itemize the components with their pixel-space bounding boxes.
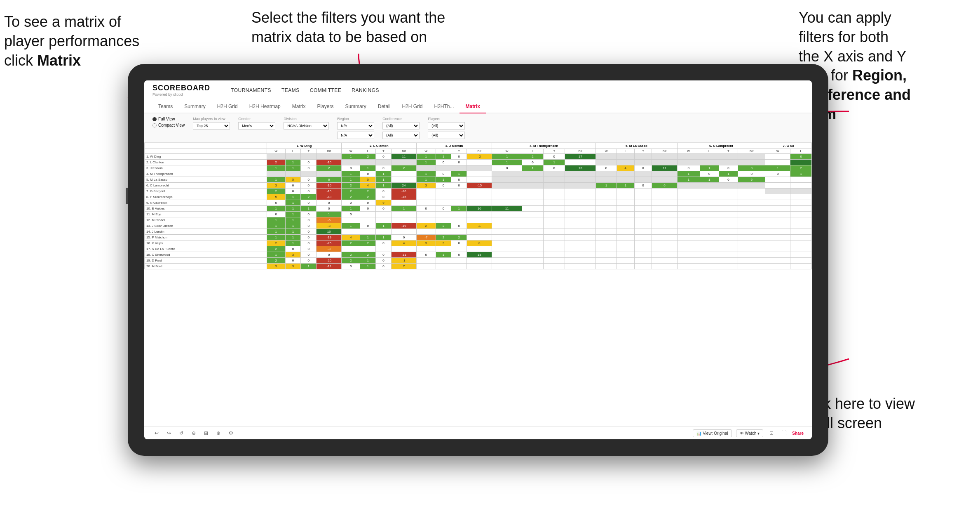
matrix-cell [617,154,634,160]
tab-h2h-heatmap[interactable]: H2H Heatmap [244,100,286,113]
matrix-cell [317,154,342,160]
annotation-top-left: To see a matrix of player performances c… [4,12,144,70]
matrix-cell [522,171,543,177]
player-name-cell: 16. K Vilips [145,240,267,246]
matrix-cell [652,264,677,269]
zoom-reset-button[interactable]: ⊞ [202,429,210,437]
matrix-cell: 0 [301,240,317,246]
refresh-button[interactable]: ↺ [177,429,185,437]
tab-teams[interactable]: Teams [152,100,178,113]
matrix-cell [719,264,738,269]
players-select-2[interactable]: (All) [428,132,465,139]
tab-h2hth[interactable]: H2HTh... [428,100,460,113]
matrix-cell: 2 [360,240,376,246]
matrix-cell [544,206,565,212]
matrix-cell: 2 [301,194,317,200]
conference-select-2[interactable]: (All) [382,132,420,139]
matrix-cell [719,258,738,264]
w7: W [765,149,790,154]
matrix-cell [544,235,565,240]
matrix-cell [467,235,492,240]
matrix-cell: 3 [267,264,285,269]
region-select[interactable]: N/A [337,122,374,130]
table-row: 1. W Ding12011110-2120170 [145,154,812,160]
t6: T [719,149,738,154]
matrix-cell [652,229,677,235]
settings-button[interactable]: ⚙ [227,429,235,437]
tab-h2h-grid-2[interactable]: H2H Grid [396,100,428,113]
nav-rankings[interactable]: RANKINGS [352,87,379,93]
matrix-cell [634,246,652,252]
undo-button[interactable]: ↩ [152,429,161,437]
fullscreen-button[interactable]: ⛶ [780,429,788,437]
tab-players[interactable]: Players [311,100,339,113]
watch-button[interactable]: 👁 Watch ▾ [736,429,764,437]
matrix-cell [700,160,719,165]
tab-matrix-active[interactable]: Matrix [460,100,485,113]
matrix-cell: 0 [719,177,738,183]
matrix-cell [617,264,634,269]
matrix-cell: 0 [285,183,301,189]
nav-tournaments[interactable]: TOURNAMENTS [231,87,271,93]
matrix-cell [700,246,719,252]
full-view-option[interactable]: Full View [152,117,185,121]
tab-summary[interactable]: Summary [178,100,211,113]
gender-select[interactable]: Men's [238,122,275,130]
t2: T [376,149,392,154]
matrix-cell [738,258,765,264]
view-original-label[interactable]: 📊 View: Original [693,429,731,437]
full-view-radio[interactable] [152,117,157,121]
matrix-cell [634,264,652,269]
screen-options-button[interactable]: ⊡ [767,429,776,437]
matrix-cell [544,246,565,252]
matrix-cell [492,171,522,177]
matrix-cell: 5 [267,194,285,200]
zoom-out-button[interactable]: ⊖ [190,429,198,437]
matrix-cell: 9 [376,200,392,206]
player-name-cell: 10. B Valdes [145,206,267,212]
conference-select[interactable]: (All) [382,122,420,130]
matrix-cell [417,212,436,217]
compact-view-radio[interactable] [152,123,157,127]
nav-committee[interactable]: COMMITTEE [310,87,342,93]
matrix-cell: 0 [301,217,317,223]
matrix-cell [790,183,812,189]
matrix-cell: 0 [451,240,467,246]
player-name-cell: 19. D Ford [145,258,267,264]
matrix-cell [719,246,738,252]
tablet-screen: SCOREBOARD Powered by clippd TOURNAMENTS… [144,80,812,439]
matrix-cell [765,160,790,165]
tab-detail[interactable]: Detail [372,100,396,113]
matrix-cell [700,206,719,212]
matrix-cell [492,252,522,258]
matrix-cell [790,194,812,200]
tab-matrix-1[interactable]: Matrix [286,100,312,113]
matrix-cell [738,200,765,206]
compact-view-option[interactable]: Compact View [152,123,185,127]
matrix-cell [790,217,812,223]
matrix-cell: 24 [391,183,416,189]
region-select-2[interactable]: N/A [337,132,374,139]
matrix-cell: 1 [376,235,392,240]
matrix-cell: 0 [285,246,301,252]
tab-summary-2[interactable]: Summary [339,100,372,113]
matrix-cell [565,212,596,217]
matrix-area[interactable]: 1. W Ding 2. L Clanton 3. J Koivun 4. M … [144,143,812,427]
players-select[interactable]: (All) [428,122,465,130]
nav-teams[interactable]: TEAMS [281,87,300,93]
zoom-in-button[interactable]: ⊕ [214,429,223,437]
matrix-cell: 1 [285,165,301,171]
matrix-cell [467,264,492,269]
matrix-cell: 1 [360,258,376,264]
matrix-cell: 1 [544,160,565,165]
redo-button[interactable]: ↪ [165,429,173,437]
matrix-cell [565,160,596,165]
matrix-cell: 6 [317,177,342,183]
matrix-cell [765,217,790,223]
tab-h2h-grid[interactable]: H2H Grid [211,100,244,113]
division-select[interactable]: NCAA Division I [284,122,329,130]
max-players-select[interactable]: Top 25 [193,122,230,130]
matrix-cell [467,194,492,200]
matrix-cell: 1 [790,171,812,177]
share-button[interactable]: Share [792,431,804,436]
